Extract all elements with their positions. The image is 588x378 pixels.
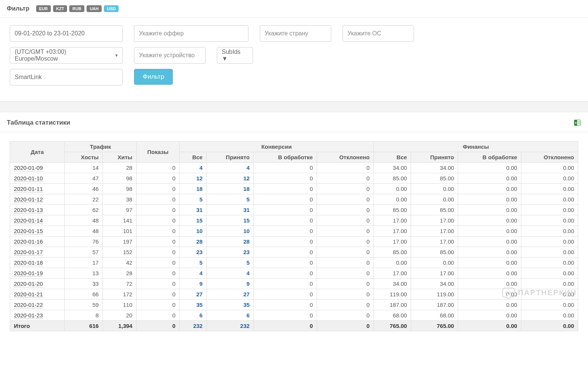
cell-total-hits: 1,394	[103, 321, 137, 331]
cell-conv-accepted: 5	[207, 258, 254, 268]
th-conv-processing[interactable]: В обработке	[254, 152, 317, 163]
cell-hosts: 59	[64, 300, 102, 310]
cell-fin-accepted: 17.00	[411, 236, 458, 247]
cell-conv-accepted: 23	[207, 247, 254, 258]
cell-date[interactable]: 2020-01-23	[10, 310, 65, 321]
th-conv-all[interactable]: Все	[180, 152, 207, 163]
cell-date[interactable]: 2020-01-11	[10, 184, 65, 194]
currency-pill-usd[interactable]: USD	[104, 5, 119, 12]
cell-conv-declined: 0	[317, 184, 373, 194]
currency-pill-eur[interactable]: EUR	[36, 5, 51, 12]
cell-fin-processing: 0.00	[458, 184, 521, 194]
cell-total-hosts: 616	[64, 321, 102, 331]
country-input[interactable]	[260, 25, 331, 42]
cell-date[interactable]: 2020-01-15	[10, 226, 65, 236]
cell-shows: 0	[136, 226, 180, 236]
timezone-select[interactable]: (UTC/GMT +03:00) Europe/Moscow ▼	[10, 47, 123, 64]
cell-date[interactable]: 2020-01-10	[10, 173, 65, 184]
cell-fin-all: 85.00	[373, 247, 411, 258]
table-row: 2020-01-136297031310085.0085.000.000.00	[10, 205, 578, 215]
cell-date[interactable]: 2020-01-21	[10, 289, 65, 300]
subids-select[interactable]: SubIds ▼	[217, 47, 253, 64]
cell-shows: 0	[136, 236, 180, 247]
cell-total-conv-all: 232	[180, 321, 207, 331]
th-fin-processing[interactable]: В обработке	[458, 152, 521, 163]
cell-fin-all: 34.00	[373, 279, 411, 289]
cell-fin-declined: 0.00	[521, 173, 578, 184]
cell-hits: 110	[103, 300, 137, 310]
cell-date[interactable]: 2020-01-16	[10, 236, 65, 247]
currency-pills: EURKZTRUBUAHUSD	[36, 5, 119, 12]
cell-fin-declined: 0.00	[521, 247, 578, 258]
cell-fin-processing: 0.00	[458, 247, 521, 258]
cell-conv-all: 9	[180, 279, 207, 289]
device-input[interactable]	[134, 47, 206, 64]
filter-form: (UTC/GMT +03:00) Europe/Moscow ▼ SubIds …	[0, 18, 588, 102]
th-shows[interactable]: Показы	[136, 142, 180, 163]
cell-fin-accepted: 17.00	[411, 215, 458, 226]
cell-conv-processing: 0	[254, 194, 317, 205]
cell-date[interactable]: 2020-01-18	[10, 258, 65, 268]
cell-fin-processing: 0.00	[458, 289, 521, 300]
cell-hits: 141	[103, 215, 137, 226]
th-fin-all[interactable]: Все	[373, 152, 411, 163]
cell-hosts: 66	[64, 289, 102, 300]
cell-fin-processing: 0.00	[458, 236, 521, 247]
date-range-input[interactable]	[10, 25, 123, 42]
table-row: 2020-01-21661720272700119.00119.000.000.…	[10, 289, 578, 300]
cell-total-fin-declined: 0.00	[521, 321, 578, 331]
currency-pill-kzt[interactable]: KZT	[53, 5, 67, 12]
cell-conv-declined: 0	[317, 215, 373, 226]
cell-fin-declined: 0.00	[521, 258, 578, 268]
cell-date[interactable]: 2020-01-17	[10, 247, 65, 258]
os-input[interactable]	[343, 25, 414, 42]
cell-conv-all: 12	[180, 173, 207, 184]
cell-hits: 42	[103, 258, 137, 268]
cell-hits: 197	[103, 236, 137, 247]
cell-date[interactable]: 2020-01-19	[10, 268, 65, 279]
cell-shows: 0	[136, 173, 180, 184]
cell-fin-processing: 0.00	[458, 205, 521, 215]
th-conv-declined[interactable]: Отклонено	[317, 152, 373, 163]
th-fin-accepted[interactable]: Принято	[411, 152, 458, 163]
cell-hits: 28	[103, 163, 137, 173]
currency-pill-rub[interactable]: RUB	[69, 5, 84, 12]
cell-conv-all: 23	[180, 247, 207, 258]
cell-fin-processing: 0.00	[458, 163, 521, 173]
th-fin-declined[interactable]: Отклонено	[521, 152, 578, 163]
cell-conv-accepted: 15	[207, 215, 254, 226]
excel-export-icon[interactable]: X	[574, 119, 581, 127]
cell-conv-processing: 0	[254, 215, 317, 226]
cell-fin-accepted: 17.00	[411, 268, 458, 279]
cell-date[interactable]: 2020-01-22	[10, 300, 65, 310]
cell-date[interactable]: 2020-01-12	[10, 194, 65, 205]
th-hosts[interactable]: Хосты	[64, 152, 102, 163]
table-row: 2020-01-238200660068.0068.000.000.00	[10, 310, 578, 321]
cell-date[interactable]: 2020-01-09	[10, 163, 65, 173]
th-date[interactable]: Дата	[10, 142, 65, 163]
currency-pill-uah[interactable]: UAH	[87, 5, 102, 12]
cell-conv-declined: 0	[317, 226, 373, 236]
cell-fin-declined: 0.00	[521, 205, 578, 215]
cell-conv-all: 4	[180, 268, 207, 279]
stats-table: Дата Трафик Показы Конверсии Финансы Хос…	[10, 141, 578, 331]
cell-fin-all: 0.00	[373, 258, 411, 268]
cell-fin-declined: 0.00	[521, 226, 578, 236]
cell-fin-accepted: 34.00	[411, 279, 458, 289]
offer-input[interactable]	[134, 25, 248, 42]
cell-fin-accepted: 85.00	[411, 205, 458, 215]
cell-hosts: 47	[64, 173, 102, 184]
cell-date[interactable]: 2020-01-20	[10, 279, 65, 289]
filter-button[interactable]: Фильтр	[134, 69, 173, 85]
cell-fin-processing: 0.00	[458, 226, 521, 236]
cell-date[interactable]: 2020-01-13	[10, 205, 65, 215]
cell-hosts: 33	[64, 279, 102, 289]
th-hits[interactable]: Хиты	[103, 152, 137, 163]
table-row: 2020-01-1676197028280017.0017.000.000.00	[10, 236, 578, 247]
cell-fin-accepted: 85.00	[411, 173, 458, 184]
cell-hits: 98	[103, 184, 137, 194]
cell-conv-accepted: 9	[207, 279, 254, 289]
th-conv-accepted[interactable]: Принято	[207, 152, 254, 163]
cell-date[interactable]: 2020-01-14	[10, 215, 65, 226]
smartlink-input[interactable]	[10, 69, 123, 85]
